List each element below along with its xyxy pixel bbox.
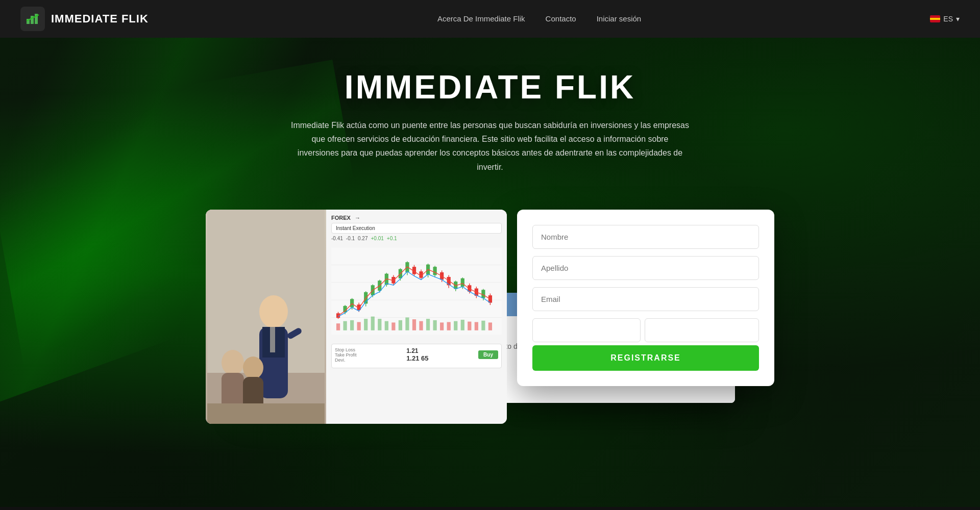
navbar: IMMEDIATE FLIK Acerca De Immediate Flik … [0, 0, 980, 38]
hero-title: IMMEDIATE FLIK [10, 68, 970, 106]
svg-rect-86 [461, 320, 464, 330]
candlestick-chart [331, 243, 502, 340]
hero-section: IMMEDIATE FLIK Immediate Flik actúa como… [0, 38, 980, 507]
stop-loss-label: Stop Loss [335, 347, 357, 352]
chart-values-row: -0.41 -0.1 0.27 +0.01 +0.1 [331, 236, 502, 241]
svg-rect-82 [433, 320, 436, 330]
brand-name: IMMEDIATE FLIK [51, 12, 149, 26]
nav-item-login[interactable]: Iniciar sesión [597, 14, 642, 23]
registration-form: REGISTRARSE [517, 210, 774, 386]
svg-rect-10 [270, 327, 275, 352]
svg-rect-89 [481, 321, 485, 330]
take-profit-label: Take Profit [335, 352, 357, 358]
svg-rect-80 [419, 321, 423, 330]
phone-number-input[interactable] [645, 318, 759, 342]
svg-rect-85 [454, 321, 457, 330]
nav-link-contact[interactable]: Contacto [546, 14, 576, 23]
brand-logo-link[interactable]: IMMEDIATE FLIK [20, 7, 149, 31]
order-panel: Stop Loss Take Profit Devi. 1.21 1.21 65… [331, 344, 502, 368]
phone-row [532, 318, 759, 342]
svg-rect-65 [481, 290, 485, 298]
chart-symbol: FOREX [331, 215, 351, 221]
svg-point-7 [259, 295, 288, 328]
svg-rect-27 [350, 299, 354, 307]
svg-rect-59 [461, 278, 464, 286]
deviation-label: Devi. [335, 358, 357, 363]
svg-rect-73 [371, 316, 375, 330]
meeting-svg [206, 210, 326, 424]
svg-rect-74 [378, 319, 381, 330]
svg-rect-68 [336, 323, 340, 330]
svg-rect-83 [440, 322, 444, 330]
price-display-1: 1.21 [406, 347, 428, 354]
svg-rect-71 [357, 322, 361, 330]
apellido-input[interactable] [532, 256, 759, 280]
chart-side: FOREX → Instant Execution -0.41 -0.1 0.2… [326, 210, 507, 424]
logo-svg [24, 11, 41, 27]
svg-rect-51 [433, 267, 436, 275]
trading-image: FOREX → Instant Execution -0.41 -0.1 0.2… [206, 210, 507, 424]
flag-icon [930, 15, 940, 22]
language-label: ES [943, 15, 953, 23]
svg-rect-70 [350, 320, 354, 330]
svg-rect-75 [385, 321, 388, 330]
nav-item-about[interactable]: Acerca De Immediate Flik [437, 14, 525, 23]
instant-execution-label: Instant Execution [336, 225, 375, 231]
nav-item-contact[interactable]: Contacto [546, 14, 576, 23]
svg-rect-72 [364, 319, 368, 330]
email-input[interactable] [532, 287, 759, 311]
language-chevron: ▾ [956, 15, 960, 23]
nav-link-login[interactable]: Iniciar sesión [597, 14, 642, 23]
phone-prefix-input[interactable] [532, 318, 641, 342]
chart-controls: Instant Execution [331, 223, 502, 234]
hero-description: Immediate Flik actúa como un puente entr… [291, 118, 689, 174]
buy-button[interactable]: Buy [478, 350, 498, 359]
navbar-right: ES ▾ [930, 15, 960, 23]
chart-header: FOREX → [331, 215, 502, 221]
chart-arrow: → [355, 215, 360, 221]
svg-point-14 [243, 356, 263, 379]
brand-logo-icon [20, 7, 45, 31]
hero-main-area: FOREX → Instant Execution -0.41 -0.1 0.2… [163, 210, 817, 424]
meeting-side [206, 210, 326, 424]
svg-rect-69 [343, 321, 347, 330]
nav-link-about[interactable]: Acerca De Immediate Flik [437, 14, 525, 23]
svg-rect-88 [475, 322, 478, 330]
hero-image-container: FOREX → Instant Execution -0.41 -0.1 0.2… [206, 210, 507, 424]
register-button[interactable]: REGISTRARSE [532, 345, 759, 371]
nav-links: Acerca De Immediate Flik Contacto Inicia… [437, 14, 641, 23]
svg-rect-79 [412, 319, 416, 330]
svg-point-12 [222, 350, 244, 375]
svg-rect-77 [399, 320, 402, 330]
svg-rect-16 [207, 403, 325, 424]
hero-content: IMMEDIATE FLIK Immediate Flik actúa como… [0, 38, 980, 210]
svg-rect-76 [391, 322, 395, 330]
language-selector[interactable]: ES ▾ [930, 15, 960, 23]
svg-rect-87 [468, 321, 471, 330]
svg-rect-81 [426, 319, 430, 330]
svg-rect-84 [447, 322, 451, 330]
nombre-input[interactable] [532, 225, 759, 249]
svg-rect-78 [405, 317, 409, 330]
svg-rect-90 [488, 322, 492, 330]
price-display-2: 1.21 65 [406, 354, 428, 362]
